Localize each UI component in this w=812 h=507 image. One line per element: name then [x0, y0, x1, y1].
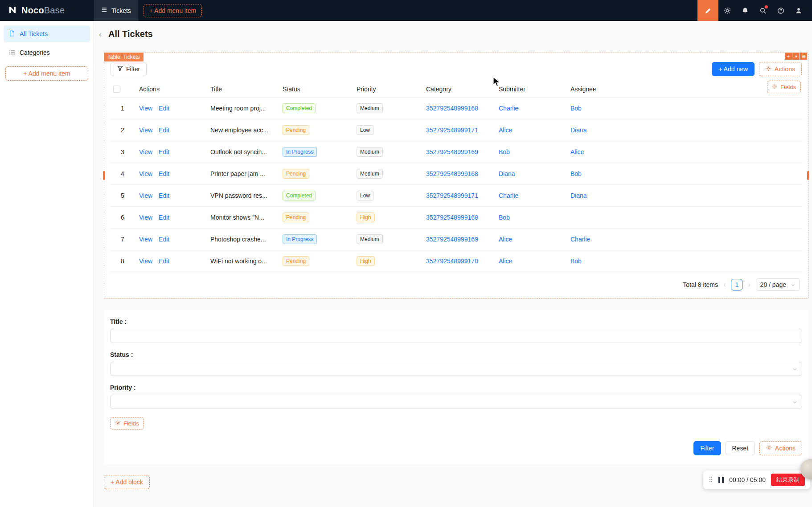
cell-priority: Medium	[353, 141, 422, 163]
edit-link[interactable]: Edit	[159, 127, 169, 134]
edit-link[interactable]: Edit	[159, 258, 169, 265]
view-link[interactable]: View	[139, 214, 152, 221]
cell-submitter: Bob	[495, 207, 567, 229]
sidebar-item-all-tickets[interactable]: All Tickets	[4, 25, 90, 42]
fields-button[interactable]: Fields	[767, 81, 801, 93]
cell-title: Meeting room proj...	[207, 98, 279, 119]
form-fields-button[interactable]: Fields	[110, 417, 144, 429]
assignee-link[interactable]: Charlie	[570, 236, 590, 243]
form-filter-button[interactable]: Filter	[693, 441, 721, 455]
block-lightning-icon[interactable]	[792, 53, 800, 60]
cell-actions: ViewEdit	[135, 98, 207, 119]
assignee-link[interactable]: Bob	[570, 105, 582, 112]
submitter-link[interactable]: Bob	[499, 214, 510, 221]
nocobase-logo[interactable]: NocoBase	[0, 4, 94, 16]
cell-submitter: Charlie	[495, 98, 567, 119]
view-link[interactable]: View	[139, 127, 152, 134]
category-link[interactable]: 352792548999170	[426, 258, 478, 265]
assignee-link[interactable]: Diana	[570, 127, 587, 134]
assignee-link[interactable]: Diana	[570, 192, 587, 199]
cell-title: Monitor shows "N...	[207, 207, 279, 229]
form-reset-button[interactable]: Reset	[726, 441, 755, 455]
settings-gear-icon[interactable]	[718, 0, 736, 21]
submitter-link[interactable]: Alice	[499, 127, 512, 134]
edit-link[interactable]: Edit	[159, 148, 169, 155]
form-actions-button[interactable]: Actions	[759, 441, 802, 455]
submitter-link[interactable]: Bob	[499, 148, 510, 155]
drag-handle-icon[interactable]	[709, 476, 713, 484]
view-link[interactable]: View	[139, 258, 152, 265]
assignee-link[interactable]: Bob	[570, 258, 582, 265]
pause-icon[interactable]	[718, 477, 724, 483]
category-link[interactable]: 352792548999171	[426, 127, 478, 134]
header-menu-tickets[interactable]: Tickets	[94, 0, 138, 21]
category-link[interactable]: 352792548999169	[426, 148, 478, 155]
view-link[interactable]: View	[139, 105, 152, 112]
main-content: ‹ All Tickets Table: Tickets +	[94, 21, 812, 507]
tickets-table: Actions Title Status Priority Category S…	[110, 81, 803, 272]
status-select[interactable]	[110, 362, 802, 376]
submitter-link[interactable]: Charlie	[499, 192, 518, 199]
select-all-checkbox[interactable]	[113, 86, 120, 93]
edit-link[interactable]: Edit	[159, 236, 169, 243]
category-link[interactable]: 352792548999168	[426, 170, 478, 177]
submitter-link[interactable]: Alice	[499, 258, 512, 265]
stop-recording-button[interactable]: 结束录制	[771, 474, 805, 486]
collapse-sidebar-button[interactable]: ‹	[96, 30, 105, 38]
view-link[interactable]: View	[139, 236, 152, 243]
priority-badge: High	[357, 213, 375, 222]
block-menu-icon[interactable]	[800, 53, 807, 60]
cell-actions: ViewEdit	[135, 163, 207, 185]
cell-submitter: Charlie	[495, 185, 567, 207]
filter-button[interactable]: Filter	[111, 62, 147, 76]
edit-link[interactable]: Edit	[159, 170, 169, 177]
cell-filler	[637, 250, 803, 272]
cell-actions: ViewEdit	[135, 250, 207, 272]
add-block-button[interactable]: + Add block	[104, 475, 150, 489]
add-new-button[interactable]: + Add new	[712, 62, 755, 76]
cell-title: Outlook not syncin...	[207, 141, 279, 163]
submitter-link[interactable]: Diana	[499, 170, 515, 177]
category-link[interactable]: 352792548999168	[426, 214, 478, 221]
table-actions-button[interactable]: Actions	[759, 62, 802, 76]
sidebar-item-categories[interactable]: Categories	[4, 44, 90, 61]
view-link[interactable]: View	[139, 170, 152, 177]
row-index: 2	[110, 119, 135, 141]
submitter-link[interactable]: Charlie	[499, 105, 518, 112]
edit-link[interactable]: Edit	[159, 192, 169, 199]
cell-actions: ViewEdit	[135, 207, 207, 229]
notifications-bell-icon[interactable]	[736, 0, 754, 21]
view-link[interactable]: View	[139, 192, 152, 199]
sidebar-add-menu-item-button[interactable]: + Add menu item	[5, 66, 88, 81]
search-icon[interactable]	[754, 0, 772, 21]
cell-category: 352792548999168	[422, 98, 495, 119]
header-add-menu-item-button[interactable]: + Add menu item	[144, 4, 202, 17]
user-icon[interactable]	[790, 0, 808, 21]
block-resize-handle-left[interactable]	[103, 171, 105, 180]
assignee-link[interactable]: Bob	[570, 170, 582, 177]
design-mode-icon[interactable]	[697, 0, 718, 21]
assignee-link[interactable]: Alice	[570, 148, 584, 155]
cell-priority: Low	[353, 119, 422, 141]
help-icon[interactable]	[772, 0, 790, 21]
table-row: 8ViewEditWiFi not working o...PendingHig…	[110, 250, 803, 272]
pagination-prev-button[interactable]: ‹	[723, 281, 726, 288]
title-input[interactable]	[110, 329, 802, 343]
pagination-next-button[interactable]: ›	[748, 281, 750, 288]
edit-link[interactable]: Edit	[159, 214, 169, 221]
priority-select[interactable]	[110, 395, 802, 409]
cell-status: Pending	[279, 250, 353, 272]
notification-dot	[765, 5, 768, 8]
block-resize-handle-right[interactable]	[807, 171, 809, 180]
view-link[interactable]: View	[139, 148, 152, 155]
chevron-down-icon	[792, 367, 797, 372]
submitter-link[interactable]: Alice	[499, 236, 512, 243]
cell-actions: ViewEdit	[135, 229, 207, 250]
page-size-select[interactable]: 20 / page	[756, 278, 800, 291]
block-add-icon[interactable]: +	[785, 53, 792, 60]
category-link[interactable]: 352792548999169	[426, 236, 478, 243]
category-link[interactable]: 352792548999168	[426, 105, 478, 112]
edit-link[interactable]: Edit	[159, 105, 169, 112]
category-link[interactable]: 352792548999171	[426, 192, 478, 199]
pagination-page-1[interactable]: 1	[731, 279, 742, 290]
